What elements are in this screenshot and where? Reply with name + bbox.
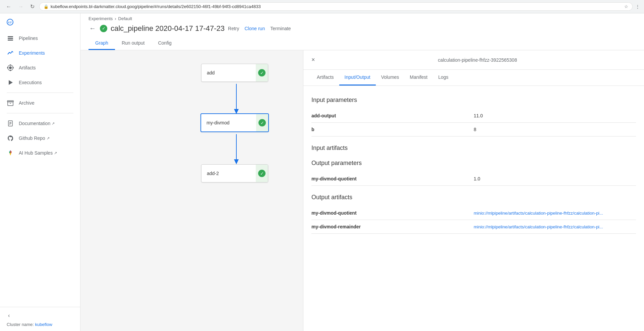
github-icon — [7, 135, 14, 142]
graph-arrows-svg — [80, 50, 303, 331]
forward-nav-button[interactable]: → — [16, 3, 25, 10]
sidebar-item-github[interactable]: Github Repo ↗ — [0, 131, 80, 146]
detail-tab-manifest[interactable]: Manifest — [404, 70, 433, 86]
node-my-divmod[interactable]: my-divmod ✓ — [200, 113, 269, 132]
sidebar-archive-label: Archive — [19, 100, 35, 106]
param-key-quotient: my-divmod-quotient — [311, 172, 474, 186]
refresh-nav-button[interactable]: ↻ — [28, 3, 37, 10]
run-status-icon: ✓ — [100, 25, 107, 32]
sidebar-divider-1 — [7, 93, 73, 93]
detail-tab-input-output[interactable]: Input/Output — [339, 70, 376, 86]
address-bar[interactable]: 🔒 kubeflow.endpoints.bl-darkmatter.cloud… — [39, 2, 633, 11]
cluster-label: Cluster name: — [7, 322, 34, 327]
output-artifacts-title: Output artifacts — [311, 194, 636, 201]
browser-chrome: ← → ↻ 🔒 kubeflow.endpoints.bl-darkmatter… — [0, 0, 644, 13]
sidebar: KF Pipelines Experiments Artifacts — [0, 13, 80, 331]
detail-tab-logs[interactable]: Logs — [433, 70, 454, 86]
svg-marker-11 — [9, 80, 13, 85]
github-external-icon: ↗ — [47, 136, 50, 141]
param-value-b: 8 — [474, 123, 636, 136]
artifact-key-quotient: my-divmod-quotient — [311, 206, 474, 220]
node-add-2-label: add-2 — [201, 165, 256, 182]
breadcrumb: Experiments › Default — [89, 16, 291, 21]
back-nav-button[interactable]: ← — [4, 3, 13, 10]
tab-graph[interactable]: Graph — [89, 37, 115, 50]
svg-rect-3 — [8, 38, 13, 39]
graph-canvas[interactable]: add ✓ my-divmod ✓ add-2 — [80, 50, 303, 331]
node-add-label: add — [201, 64, 256, 81]
detail-body: Input parameters add-output 11.0 b 8 — [303, 86, 644, 242]
detail-header: × calculation-pipeline-fhfzz-3922565308 — [303, 50, 644, 70]
artifact-remainder-link[interactable]: minio://mlpipeline/artifacts/calculation… — [474, 224, 603, 229]
tab-run-output[interactable]: Run output — [115, 37, 152, 50]
main-content: Experiments › Default ← ✓ calc_pipeline … — [80, 13, 644, 331]
content-area: add ✓ my-divmod ✓ add-2 — [80, 50, 644, 331]
breadcrumb-default[interactable]: Default — [118, 16, 132, 21]
node-add-status-icon: ✓ — [258, 69, 266, 76]
app-layout: KF Pipelines Experiments Artifacts — [0, 13, 644, 331]
terminate-button[interactable]: Terminate — [270, 26, 291, 31]
node-add[interactable]: add ✓ — [201, 64, 268, 82]
sidebar-documentation-label: Documentation — [19, 121, 50, 126]
graph-panel: add ✓ my-divmod ✓ add-2 — [80, 50, 303, 331]
svg-rect-12 — [8, 102, 13, 106]
lock-icon: 🔒 — [44, 4, 49, 9]
aihub-icon — [7, 150, 14, 156]
input-artifacts-section: Input artifacts — [311, 145, 636, 152]
svg-rect-13 — [7, 101, 13, 102]
svg-point-7 — [10, 64, 11, 66]
output-artifacts-section: Output artifacts my-divmod-quotient mini… — [311, 194, 636, 234]
artifact-value-quotient: minio://mlpipeline/artifacts/calculation… — [474, 206, 636, 220]
sidebar-item-executions[interactable]: Executions — [0, 75, 80, 90]
back-button[interactable]: ← — [89, 24, 97, 33]
sidebar-item-pipelines[interactable]: Pipelines — [0, 31, 80, 46]
detail-tab-artifacts[interactable]: Artifacts — [311, 70, 339, 86]
bookmark-icon[interactable]: ☆ — [624, 4, 628, 9]
sidebar-item-experiments[interactable]: Experiments — [0, 46, 80, 60]
detail-tabs-row: Artifacts Input/Output Volumes Manifest … — [303, 70, 644, 86]
input-artifacts-title: Input artifacts — [311, 145, 636, 152]
svg-point-8 — [10, 70, 11, 71]
input-parameters-title: Input parameters — [311, 97, 636, 104]
clone-run-button[interactable]: Clone run — [244, 26, 265, 31]
archive-icon — [7, 100, 14, 106]
node-my-divmod-label: my-divmod — [201, 114, 256, 131]
executions-icon — [7, 79, 14, 86]
browser-menu-icon[interactable]: ⋮ — [635, 4, 640, 9]
breadcrumb-experiments[interactable]: Experiments — [89, 16, 113, 21]
sidebar-divider-2 — [7, 113, 73, 113]
cluster-name-value[interactable]: kubeflow — [35, 322, 52, 327]
node-add-status: ✓ — [256, 64, 268, 81]
close-detail-button[interactable]: × — [311, 56, 315, 63]
retry-button[interactable]: Retry — [228, 26, 239, 31]
sidebar-collapse-button[interactable]: ‹ — [7, 311, 11, 320]
sidebar-item-documentation[interactable]: Documentation ↗ — [0, 116, 80, 131]
experiments-icon — [7, 50, 14, 56]
top-bar: Experiments › Default ← ✓ calc_pipeline … — [80, 13, 644, 50]
sidebar-item-artifacts[interactable]: Artifacts — [0, 60, 80, 75]
svg-text:KF: KF — [8, 21, 12, 24]
url-text: kubeflow.endpoints.bl-darkmatter.cloud.g… — [51, 4, 622, 9]
table-row: b 8 — [311, 123, 636, 136]
output-parameters-title: Output parameters — [311, 160, 636, 167]
detail-pipeline-name: calculation-pipeline-fhfzz-3922565308 — [319, 57, 636, 63]
sidebar-item-archive[interactable]: Archive — [0, 96, 80, 110]
node-add-2[interactable]: add-2 ✓ — [201, 164, 268, 182]
artifact-quotient-link[interactable]: minio://mlpipeline/artifacts/calculation… — [474, 211, 603, 216]
pipelines-icon — [7, 35, 14, 42]
artifacts-icon — [7, 64, 14, 71]
param-key-b: b — [311, 123, 474, 136]
sidebar-github-label: Github Repo — [19, 135, 45, 141]
sidebar-header: KF — [0, 13, 80, 31]
cluster-name-row: Cluster name: kubeflow — [7, 322, 73, 327]
input-parameters-table: add-output 11.0 b 8 — [311, 109, 636, 136]
detail-tab-volumes[interactable]: Volumes — [376, 70, 405, 86]
sidebar-pipelines-label: Pipelines — [19, 36, 38, 41]
tab-config[interactable]: Config — [151, 37, 178, 50]
sidebar-item-aihub[interactable]: AI Hub Samples ↗ — [0, 146, 80, 160]
node-add-2-status: ✓ — [256, 165, 268, 182]
node-add-2-status-icon: ✓ — [258, 170, 266, 177]
sidebar-executions-label: Executions — [19, 80, 42, 85]
table-row: my-divmod-quotient minio://mlpipeline/ar… — [311, 206, 636, 220]
param-value-quotient: 1.0 — [474, 172, 636, 186]
